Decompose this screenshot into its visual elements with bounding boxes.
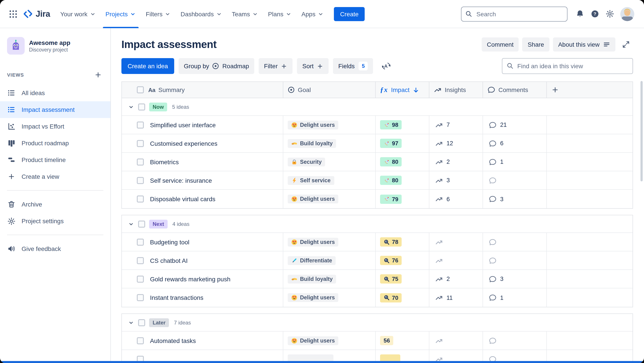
goal-cell[interactable]: Build loyalty: [283, 134, 375, 152]
filter-button[interactable]: Filter: [259, 58, 292, 74]
table-row[interactable]: Simplified user interfaceDelight users98…: [122, 116, 632, 134]
sidebar-item-create-a-view[interactable]: Create a view: [0, 168, 110, 185]
row-checkbox[interactable]: [137, 121, 144, 128]
about-view-button[interactable]: About this view: [553, 38, 616, 52]
impact-cell[interactable]: 97: [375, 134, 429, 152]
nav-item-projects[interactable]: Projects: [101, 0, 141, 28]
row-checkbox[interactable]: [137, 257, 144, 264]
select-all-checkbox[interactable]: [137, 86, 144, 93]
add-column-button[interactable]: [546, 82, 632, 98]
impact-cell[interactable]: 79: [375, 190, 429, 208]
notifications-icon[interactable]: [573, 7, 587, 21]
row-checkbox[interactable]: [137, 294, 144, 301]
table-row[interactable]: Automated tasksDelight users56: [122, 331, 632, 350]
goal-cell[interactable]: Delight users: [283, 233, 375, 251]
auto-sort-icon[interactable]: A: [380, 59, 394, 73]
sidebar-item-product-roadmap[interactable]: Product roadmap: [0, 135, 110, 151]
sidebar-item-all-ideas[interactable]: All ideas: [0, 85, 110, 101]
summary-cell[interactable]: Disposable virtual cards: [122, 190, 283, 208]
fields-button[interactable]: Fields 5: [333, 58, 373, 74]
add-view-icon[interactable]: [93, 70, 103, 80]
settings-icon[interactable]: [603, 7, 617, 21]
summary-cell[interactable]: Instant transactions: [122, 288, 283, 307]
comments-cell[interactable]: [482, 171, 546, 189]
row-checkbox[interactable]: [137, 195, 144, 203]
insights-cell[interactable]: 12: [429, 134, 482, 152]
impact-cell[interactable]: 80: [375, 153, 429, 171]
goal-column-header[interactable]: Goal: [283, 82, 375, 98]
goal-cell[interactable]: Differentiate: [283, 251, 375, 269]
summary-cell[interactable]: Gold rewards marketing push: [122, 270, 283, 288]
summary-cell[interactable]: Automated tasks: [122, 331, 283, 349]
summary-cell[interactable]: Customised experiences: [122, 134, 283, 152]
impact-cell[interactable]: 70: [375, 288, 429, 307]
row-checkbox[interactable]: [137, 177, 144, 184]
goal-cell[interactable]: Security: [283, 153, 375, 171]
comments-cell[interactable]: 3: [482, 190, 546, 208]
nav-item-teams[interactable]: Teams: [227, 0, 263, 28]
impact-cell[interactable]: 78: [375, 233, 429, 251]
chevron-down-icon[interactable]: [128, 221, 134, 227]
insights-cell[interactable]: 11: [429, 288, 482, 307]
nav-item-filters[interactable]: Filters: [141, 0, 176, 28]
summary-cell[interactable]: CS chatbot AI: [122, 251, 283, 269]
nav-item-plans[interactable]: Plans: [263, 0, 296, 28]
comments-cell[interactable]: 1: [482, 153, 546, 171]
nav-item-dashboards[interactable]: Dashboards: [176, 0, 227, 28]
insights-cell[interactable]: 2: [429, 153, 482, 171]
nav-item-your-work[interactable]: Your work: [56, 0, 101, 28]
comments-cell[interactable]: 1: [482, 288, 546, 307]
comments-cell[interactable]: [482, 331, 546, 349]
search-input[interactable]: [461, 7, 568, 21]
group-checkbox[interactable]: [138, 319, 145, 326]
group-by-button[interactable]: Group by Roadmap: [178, 58, 254, 74]
insights-cell[interactable]: [429, 251, 482, 269]
group-checkbox[interactable]: [138, 103, 145, 110]
row-checkbox[interactable]: [137, 158, 144, 165]
insights-column-header[interactable]: Insights: [429, 82, 482, 98]
goal-cell[interactable]: Delight users: [283, 331, 375, 349]
comment-button[interactable]: Comment: [482, 38, 519, 52]
summary-cell[interactable]: Simplified user interface: [122, 116, 283, 134]
row-checkbox[interactable]: [137, 238, 144, 245]
expand-icon[interactable]: [619, 38, 633, 52]
jira-logo[interactable]: Jira: [21, 9, 54, 19]
group-header[interactable]: Now5 ideas: [122, 98, 632, 116]
table-row[interactable]: BiometricsSecurity8021: [122, 153, 632, 171]
sidebar-item-archive[interactable]: Archive: [0, 196, 110, 213]
impact-cell[interactable]: 80: [375, 171, 429, 189]
comments-cell[interactable]: [482, 233, 546, 251]
comments-cell[interactable]: 6: [482, 134, 546, 152]
summary-column-header[interactable]: AaSummary: [122, 82, 283, 98]
sidebar-item-project-settings[interactable]: Project settings: [0, 213, 110, 229]
goal-cell[interactable]: Delight users: [283, 288, 375, 307]
comments-cell[interactable]: [482, 251, 546, 269]
sort-button[interactable]: Sort: [297, 58, 328, 74]
summary-cell[interactable]: Biometrics: [122, 153, 283, 171]
nav-item-apps[interactable]: Apps: [296, 0, 328, 28]
impact-cell[interactable]: 76: [375, 251, 429, 269]
goal-cell[interactable]: Self service: [283, 171, 375, 189]
chevron-down-icon[interactable]: [128, 319, 134, 325]
share-button[interactable]: Share: [522, 38, 550, 52]
group-header[interactable]: Next4 ideas: [122, 215, 632, 233]
goal-cell[interactable]: Delight users: [283, 116, 375, 134]
table-row[interactable]: Customised experiencesBuild loyalty97126: [122, 134, 632, 153]
table-row[interactable]: Gold rewards marketing pushBuild loyalty…: [122, 270, 632, 288]
sidebar-item-impact-assessment[interactable]: Impact assessment: [0, 101, 110, 118]
create-idea-button[interactable]: Create an idea: [122, 58, 174, 74]
insights-cell[interactable]: [429, 331, 482, 349]
chevron-down-icon[interactable]: [128, 104, 134, 110]
table-row[interactable]: CS chatbot AIDifferentiate76: [122, 251, 632, 270]
project-header[interactable]: Awesome app Discovery project: [0, 34, 110, 60]
insights-cell[interactable]: [429, 233, 482, 251]
insights-cell[interactable]: 2: [429, 270, 482, 288]
row-checkbox[interactable]: [137, 337, 144, 344]
table-row[interactable]: Disposable virtual cardsDelight users796…: [122, 190, 632, 208]
summary-cell[interactable]: Self service: insurance: [122, 171, 283, 189]
summary-cell[interactable]: Budgeting tool: [122, 233, 283, 251]
sidebar-item-product-timeline[interactable]: Product timeline: [0, 151, 110, 168]
help-icon[interactable]: ?: [588, 7, 602, 21]
comments-cell[interactable]: 21: [482, 116, 546, 134]
comments-column-header[interactable]: Comments: [482, 82, 546, 98]
